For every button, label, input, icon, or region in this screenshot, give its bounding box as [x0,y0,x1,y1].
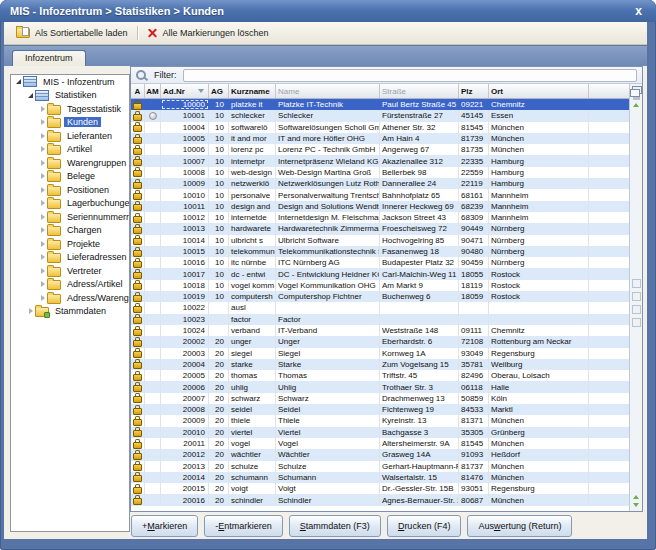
column-header-filler[interactable] [589,84,629,98]
tree-item-seriennummern[interactable]: Seriennummern [11,210,129,224]
load-sort-table-button[interactable]: Als Sortiertabelle laden [10,26,134,40]
table-row[interactable]: 1001110design andDesign and Solutions We… [131,201,629,212]
auswertung-button[interactable]: Auswertung (Return) [467,515,572,537]
column-header-kurzname[interactable]: Kurzname [229,84,276,98]
chevron-closed-icon[interactable] [38,227,47,233]
table-row[interactable]: 1001810vogel kommVogel Kommunikation OHG… [131,280,629,291]
table-row[interactable]: 1000410softwarelöSoftwarelösungen Scholl… [131,122,629,133]
column-header-plz[interactable]: Plz [459,84,489,98]
sum-panel-icon[interactable] [632,305,641,314]
column-header-adnr[interactable]: Ad.Nr [161,84,209,98]
table-row[interactable]: 1000110schleckerSchleckerFürstenstraße 2… [131,110,629,121]
table-row[interactable]: 2000420starkeStarkeZum Vogelsang 1535781… [131,359,629,370]
table-row[interactable]: 2001620schindlerSchindlerAgnes-Bernauer-… [131,494,629,505]
chevron-closed-icon[interactable] [38,173,47,179]
chevron-open-icon[interactable] [26,93,35,98]
table-row[interactable]: 2001220wächtlerWächtlerGrasweg 14A91093H… [131,449,629,460]
chevron-closed-icon[interactable] [38,133,47,139]
tree-item-tagesstatistik[interactable]: Tagesstatistik [11,102,129,116]
column-header-am[interactable]: AM [145,84,161,98]
table-row[interactable]: 1000010platzke itPlatzke IT-TechnikPaul … [131,99,629,110]
fixed-row-down-icon[interactable] [633,503,639,507]
column-header-ort[interactable]: Ort [489,84,589,98]
table-row[interactable]: 2000620uhligUhligTrothaer Str. 306118Hal… [131,381,629,392]
table-row[interactable]: 1000710internetprInternetpräsenz Wieland… [131,155,629,166]
column-header-name[interactable]: Name [276,84,380,98]
table-row[interactable]: 10024verbandIT-VerbandWeststraße 1480911… [131,325,629,336]
chevron-closed-icon[interactable] [38,268,47,274]
chevron-closed-icon[interactable] [38,254,47,260]
table-row[interactable]: 10023factorFactor [131,314,629,325]
tree-item-vertreter[interactable]: Vertreter [11,264,129,278]
table-row[interactable]: 2001120vogelVogelAltersheimerstr. 9A8154… [131,438,629,449]
scroll-up-icon[interactable] [633,103,639,107]
chevron-closed-icon[interactable] [38,295,47,301]
tree-item-kunden[interactable]: Kunden [11,116,129,130]
close-button[interactable]: x [631,2,646,20]
table-row[interactable]: 1001510telekommunTelekommunikationstechn… [131,246,629,257]
tree-item-statistiken[interactable]: Statistiken [11,89,129,103]
chevron-closed-icon[interactable] [38,241,47,247]
table-row[interactable]: 2001020viertelViertelBachgasse 335305Grü… [131,427,629,438]
tree-item-positionen[interactable]: Positionen [11,183,129,197]
chevron-closed-icon[interactable] [38,146,47,152]
tree-item-mis-infozentrum[interactable]: MIS - Infozentrum [11,75,129,89]
markieren-button[interactable]: + Markieren [131,515,198,537]
tree-item-belege[interactable]: Belege [11,170,129,184]
search-panel-icon[interactable] [632,292,641,301]
chevron-closed-icon[interactable] [38,160,47,166]
table-row[interactable]: 1001610itc nürnbeITC Nürnberg AGBudapest… [131,257,629,268]
chevron-closed-icon[interactable] [38,214,47,220]
tab-infozentrum[interactable]: Infozentrum [12,50,86,66]
table-row[interactable]: 1001710dc - entwiDC - Entwicklung Heidne… [131,268,629,279]
table-row[interactable]: 1001210internetdeInternetdesign M. Fleis… [131,212,629,223]
column-header-strasse[interactable]: Straße [380,84,459,98]
tree-item-adress-artikel[interactable]: Adress/Artikel [11,278,129,292]
table-row[interactable]: 2000920thieleThieleKyreinstr. 1381371Mün… [131,415,629,426]
table-row[interactable]: 2001420schumannSchumannWalsertalstr. 158… [131,472,629,483]
tree-item-artikel[interactable]: Artikel [11,143,129,157]
tree-item-lieferadressen[interactable]: Lieferadressen [11,251,129,265]
drucken-button[interactable]: Drucken (F4) [387,515,462,537]
table-row[interactable]: 1001410ulbricht sUlbricht SoftwareHochvo… [131,235,629,246]
filter-input[interactable] [183,69,638,82]
table-row[interactable]: 1000910netzwerklöNetzwerklösungen Lutz R… [131,178,629,189]
chevron-closed-icon[interactable] [38,119,47,125]
pin-icon[interactable] [633,97,640,100]
tree-item-lagerbuchungen[interactable]: Lagerbuchungen [11,197,129,211]
table-row[interactable]: 10022ausl [131,302,629,313]
fixed-row-up-icon[interactable] [633,495,639,499]
tree-item-projekte[interactable]: Projekte [11,237,129,251]
tree-item-chargen[interactable]: Chargen [11,224,129,238]
chevron-closed-icon[interactable] [38,281,47,287]
table-row[interactable]: 1001010personalvePersonalverwaltung Tren… [131,189,629,200]
stammdaten-button[interactable]: Stammdaten (F3) [289,515,381,537]
tree-item-lieferanten[interactable]: Lieferanten [11,129,129,143]
column-header-a[interactable]: A [131,84,145,98]
filter-panel-icon[interactable] [632,318,641,327]
table-row[interactable]: 2000820seidelSeidelFichtenweg 1984533Mar… [131,404,629,415]
table-row[interactable]: 1000610lorenz pcLorenz PC - Technik GmbH… [131,144,629,155]
table-row[interactable]: 2000520thomasThomasTriftstr. 4582496Ober… [131,370,629,381]
table-row[interactable]: 2001320schulzeSchulzeGerhart-Hauptmann-R… [131,461,629,472]
chevron-open-icon[interactable] [14,79,23,84]
table-row[interactable]: 1000510it and morIT and more Höfler OHGA… [131,133,629,144]
table-row[interactable]: 2000720schwarzSchwarzDrachmenweg 1350859… [131,393,629,404]
chevron-closed-icon[interactable] [38,187,47,193]
entmarkieren-button[interactable]: - Entmarkieren [204,515,283,537]
chevron-closed-icon[interactable] [26,308,35,314]
chevron-closed-icon[interactable] [38,200,47,206]
tree-item-adress-warengruppen[interactable]: Adress/Warengruppen [11,291,129,305]
tree-item-stammdaten[interactable]: Stammdaten [11,305,129,319]
table-row[interactable]: 1001910computershComputershop FichtnerBu… [131,291,629,302]
table-row[interactable]: 1001310hardwareteHardwaretechnik Zimmerm… [131,223,629,234]
chevron-closed-icon[interactable] [38,106,47,112]
clear-marks-button[interactable]: Alle Markierungen löschen [141,26,275,41]
table-row[interactable]: 2001520voigtVoigtDr.-Gessler-Str. 15B930… [131,483,629,494]
table-row[interactable]: 2000220ungerUngerEberhardstr. 672108Rott… [131,336,629,347]
table-row[interactable]: 2000320siegelSiegelKornweg 1A93049Regens… [131,348,629,359]
grid-view-icon[interactable] [632,279,641,288]
column-chooser-icon[interactable] [632,86,642,94]
tree-item-warengruppen[interactable]: Warengruppen [11,156,129,170]
column-header-ag[interactable]: AG [209,84,229,98]
